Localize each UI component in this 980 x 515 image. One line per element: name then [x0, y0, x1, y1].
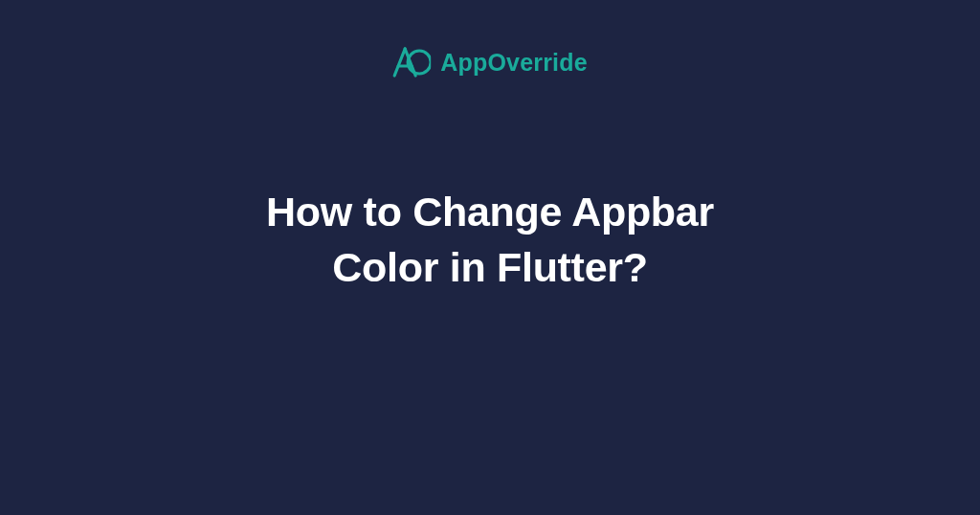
- page-title: How to Change AppbarColor in Flutter?: [0, 184, 980, 295]
- brand-name: AppOverride: [440, 49, 588, 77]
- logo-container: AppOverride: [392, 46, 588, 78]
- brand-logo-icon: [392, 46, 431, 78]
